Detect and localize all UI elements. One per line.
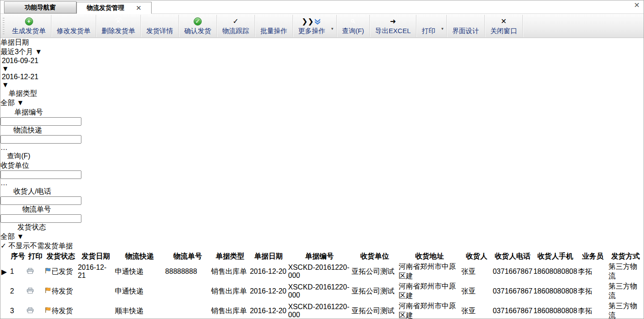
cell-tracking-no[interactable]: 88888888 [165,262,210,281]
cell-courier[interactable]: 顺丰快递 [115,302,165,319]
cell-doc-no[interactable]: XSCKD-20161220-000 [288,262,351,281]
cell-salesman[interactable]: 李拓 [578,282,608,301]
column-header[interactable]: 收货人 [462,252,492,261]
column-header[interactable]: 单据编号 [288,252,351,261]
print-icon[interactable] [27,262,44,281]
chevron-down-icon[interactable]: ▼ [17,99,24,106]
cell-address[interactable]: 河南省郑州市中原区建 [398,302,460,319]
close-window-button[interactable]: ✕ 关闭窗口 [485,15,523,37]
cell-doc-date[interactable]: 2016-12-20 [250,262,288,281]
doc-no-input[interactable] [0,117,81,126]
ship-status-cell[interactable]: 已发货 [45,262,77,281]
column-header[interactable]: 发货日期 [78,252,114,261]
cell-doc-type[interactable]: 销售出库单 [211,262,249,281]
dropdown-caret-icon[interactable]: ▼ [330,27,336,31]
cell-seq[interactable]: 3 [10,302,26,319]
cell-phone[interactable]: 0371667867 [493,302,533,319]
date-preset-combo[interactable]: 最近3个月 ▼ [0,47,43,57]
cell-address[interactable]: 河南省郑州市中原区建 [398,282,460,301]
cell-address[interactable]: 河南省郑州市中原区建 [398,262,460,281]
cell-ship-method[interactable]: 第三方物流 [609,282,643,301]
cell-ship-date[interactable] [78,282,114,301]
print-icon[interactable] [27,282,44,301]
ui-design-button[interactable]: 界面设计 [447,15,485,37]
cell-mobile[interactable]: 18608080808 [534,262,577,281]
selected-row-indicator[interactable]: ▶ [1,262,9,281]
confirm-shipping-button[interactable]: ✓ 确认发货 [179,15,217,37]
cell-receiver[interactable]: 亚拓公司测试 [352,302,398,319]
contact-input[interactable] [0,196,81,205]
cell-doc-date[interactable]: 2016-12-20 [250,282,288,301]
chevron-down-icon[interactable]: ▼ [35,48,42,55]
cell-receiver[interactable]: 亚拓公司测试 [352,262,398,281]
cell-phone[interactable]: 0371667867 [493,282,533,301]
cell-courier[interactable]: 申通快递 [115,262,165,281]
dropdown-caret-icon[interactable]: ▼ [441,27,446,31]
column-header[interactable]: 发货状态 [45,252,77,261]
hide-no-ship-checkbox[interactable]: ✓ [0,242,6,250]
row-header[interactable] [1,282,9,301]
query-button-toolbar[interactable]: 查询(F) [337,15,370,37]
cell-tracking-no[interactable] [165,282,210,301]
receiver-field[interactable]: … [0,170,59,187]
cell-ship-method[interactable]: 第三方物流 [609,262,643,281]
cell-doc-type[interactable]: 销售出库单 [211,282,249,301]
tab-close-icon[interactable]: ✕ [136,4,142,12]
shipping-detail-button[interactable]: 发货详情 [141,15,179,37]
delete-shipping-order-button[interactable]: ✕ 删除发货单 [96,15,141,37]
ship-status-cell[interactable]: 待发货 [45,302,77,319]
date-to-combo[interactable]: 2016-12-21 ▼ [2,73,41,89]
cell-contact[interactable]: 张亚 [462,282,492,301]
window-close-icon[interactable]: ✕ [633,1,641,9]
cell-mobile[interactable]: 18608080808 [534,282,577,301]
column-header[interactable]: 发货方式 [609,252,643,261]
cell-ship-date[interactable] [78,302,114,319]
column-header[interactable]: 物流单号 [165,252,210,261]
column-header[interactable]: 业务员 [578,252,608,261]
tracking-field[interactable] [0,214,45,223]
print-icon[interactable] [27,302,44,319]
cell-courier[interactable]: 申通快递 [115,282,165,301]
column-header[interactable]: 单据类型 [211,252,249,261]
cell-contact[interactable]: 张亚 [462,262,492,281]
cell-doc-date[interactable]: 2016-12-20 [250,302,288,319]
contact-field[interactable] [0,196,48,205]
chevron-down-icon[interactable]: ▼ [17,233,24,240]
cell-ship-method[interactable]: 第三方物流 [609,302,643,319]
cell-salesman[interactable]: 李拓 [578,262,608,281]
date-from-combo[interactable]: 2016-09-21 ▼ [2,57,41,73]
table-row[interactable]: 3待发货顺丰快递销售出库单2016-12-20XSCKD-20161220-00… [1,302,643,319]
cell-doc-no[interactable]: XSCKD-20161220-000 [288,282,351,301]
courier-input[interactable] [0,135,81,144]
cell-phone[interactable]: 0371667867 [493,262,533,281]
cell-doc-type[interactable]: 销售出库单 [211,302,249,319]
ellipsis-browse-icon[interactable]: … [0,144,8,151]
column-header[interactable]: 打印 [27,252,44,261]
column-header[interactable]: 收货人电话 [493,252,533,261]
cell-doc-no[interactable]: XSCKD-20161220-000 [288,302,351,319]
column-header[interactable]: 收货单位 [352,252,398,261]
export-excel-button[interactable]: ➜ 导出EXCEL [370,15,416,37]
ellipsis-browse-icon[interactable]: … [0,179,8,187]
table-row[interactable]: 2待发货申通快递销售出库单2016-12-20XSCKD-20161220-00… [1,282,643,301]
cell-receiver[interactable]: 亚拓公司测试 [352,282,398,301]
generate-shipping-order-button[interactable]: + 生成发货单 [7,15,51,37]
cell-ship-date[interactable]: 2016-12-21 [78,262,114,281]
tab-function-nav[interactable]: 功能导航窗 [4,1,76,13]
cell-seq[interactable]: 1 [10,262,26,281]
doc-type-combo[interactable]: 全部 ▼ [0,98,39,108]
print-button[interactable]: 打印 [416,15,441,37]
cell-salesman[interactable]: 李拓 [578,302,608,319]
logistics-tracking-button[interactable]: ✓ 物流跟踪 [217,15,255,37]
row-header[interactable] [1,302,9,319]
column-header[interactable]: 物流快递 [115,252,165,261]
table-row[interactable]: ▶1已发货2016-12-21申通快递88888888销售出库单2016-12-… [1,262,643,281]
query-button[interactable]: 查询(F) [0,152,644,161]
batch-operations-button[interactable]: 批量操作 [255,15,293,37]
cell-seq[interactable]: 2 [10,282,26,301]
chevron-down-icon[interactable]: ▼ [2,81,9,89]
modify-shipping-order-button[interactable]: 修改发货单 [51,15,96,37]
cell-contact[interactable]: 张亚 [462,302,492,319]
column-header[interactable]: 收货人手机 [534,252,577,261]
column-header[interactable]: 单据日期 [250,252,288,261]
